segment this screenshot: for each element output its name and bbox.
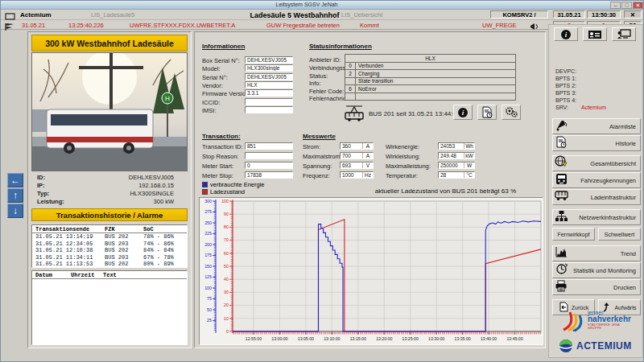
alarm-bell-icon — [553, 119, 569, 134]
nav-arrow-down-button[interactable]: ↓ — [7, 204, 23, 218]
stop-reason-field[interactable] — [245, 152, 293, 159]
sidebar-button-fahrzeugkennungen[interactable]: Fahrzeugkennungen — [552, 172, 641, 188]
svg-text:40: 40 — [224, 277, 229, 282]
statusinformationen-title: Statusinformationen — [309, 43, 372, 50]
nav-tab-uebersicht[interactable]: LIS_Uebersicht — [341, 11, 382, 19]
nav-arrow-left-button[interactable]: ← — [7, 173, 23, 187]
table-row[interactable]: 31.05.21 11:13:53BUS 20280% - 89% — [32, 261, 187, 268]
svg-text:175: 175 — [204, 253, 212, 257]
svg-text:13:00:00: 13:00:00 — [271, 336, 287, 341]
sidebar-button-historie[interactable]: Historie — [552, 135, 641, 151]
field-label: Status: — [309, 72, 328, 80]
session-text: BUS 201 seit 31.05.21 13:44:02 — [369, 110, 460, 117]
svg-text:100: 100 — [204, 286, 212, 290]
svg-text:10: 10 — [224, 316, 229, 321]
header-bar: Actemium LIS_Ladesaule5 Ladesäule 5 West… — [1, 10, 644, 20]
field-label: Meter Start: — [202, 162, 233, 170]
iccid-field[interactable] — [245, 98, 293, 105]
device-label: BPTS 1: — [555, 76, 576, 81]
field-label: Transaction ID: — [202, 143, 243, 150]
imsi-field[interactable] — [245, 106, 293, 113]
window-close-button[interactable]: ✕ — [633, 2, 643, 9]
svg-text:0: 0 — [226, 329, 229, 334]
sidebar-button-drucken[interactable]: Drucken — [552, 279, 641, 295]
session-info-button[interactable]: i — [453, 105, 473, 120]
svg-text:275: 275 — [204, 209, 212, 214]
field-label: Stop Reason: — [202, 153, 238, 160]
app-name: Actemium — [20, 11, 52, 19]
sidebar-workstation-button[interactable] — [612, 27, 636, 41]
application-window: Leitsystem SGSV JeNah – □ ✕ Actemium LIS… — [0, 0, 644, 362]
sidebar-button-netzwerkinfrastruktur[interactable]: Netzwerkinfrastruktur — [552, 209, 641, 225]
sidebar-button-fernwirkkopf[interactable]: Fernwirkkopf — [552, 228, 595, 241]
srv-value: Actemium — [581, 105, 606, 110]
svg-text:75: 75 — [207, 296, 212, 301]
bus-pantograph-icon — [343, 104, 365, 125]
model-field[interactable] — [245, 64, 293, 72]
sidebar-button-schwellwert[interactable]: Schwellwert — [598, 228, 641, 241]
window-maximize-button[interactable]: □ — [621, 2, 632, 9]
session-settings-button[interactable] — [502, 105, 521, 120]
alarm-time: 13:25:40.226 — [68, 22, 104, 29]
history-header-row: Transaktionsende FZK SoC — [32, 225, 187, 233]
table-row[interactable]: 31.05.21 12:34:05BUS 20374% - 86% — [32, 241, 187, 248]
meter-stop-field[interactable] — [245, 171, 293, 179]
window-title: Leitsystem SGSV JeNah — [1, 2, 613, 7]
meter-start-field[interactable] — [245, 162, 293, 169]
strom-field: 360A — [340, 142, 374, 150]
station-photo: H — [31, 52, 188, 171]
svg-text:20: 20 — [224, 302, 229, 307]
sidebar-button-ladeinfrastruktur[interactable]: Ladeinfrastruktur — [552, 189, 641, 205]
field-label: Wirkenergie: — [386, 143, 419, 150]
alarm-message: GUW Fregestraße betreten — [266, 22, 340, 29]
svg-text:13:40:00: 13:40:00 — [481, 336, 497, 341]
transaction-history-table: Transaktionsende FZK SoC 31.05.21 13:14:… — [31, 224, 188, 268]
station-banner: 300 kW Westbahnhof Ladesäule — [31, 35, 188, 51]
sidebar-button-trend[interactable]: Trend — [552, 245, 641, 261]
actemium-logo: ACTEMIUM — [559, 339, 632, 353]
provider-value: HLX — [345, 55, 516, 63]
sidebar-info-button[interactable]: i — [554, 27, 578, 41]
chart-legend-energy: verbrauchte Energie — [202, 181, 265, 188]
field-label: Temperatur: — [386, 172, 418, 179]
status-text — [356, 93, 516, 101]
firmware-field[interactable] — [245, 89, 293, 97]
server-status: KOMSRV2 / KOMSRV — [490, 10, 548, 19]
table-row[interactable]: 31.05.21 12:10:38BUS 20284% - 84% — [32, 247, 187, 254]
serial-field[interactable] — [245, 73, 293, 80]
history-banner: Transaktionshistorie / Alarme — [31, 208, 188, 221]
temperatur-field: 28°C — [438, 171, 475, 179]
transaction-id-field[interactable] — [245, 142, 293, 150]
field-label: IMSI: — [202, 107, 217, 114]
window-minimize-button[interactable]: – — [610, 2, 621, 9]
field-label: Meter Stop: — [202, 172, 233, 179]
table-row[interactable]: 31.05.21 11:34:11BUS 20367% - 78% — [32, 254, 187, 261]
sidebar-button-statistik[interactable]: Statistik und Monitoring — [552, 262, 641, 278]
sidebar-button-alarmliste[interactable]: Alarmliste — [552, 118, 641, 134]
svg-text:80: 80 — [224, 224, 229, 229]
station-typ-value: HLX300SINGLE — [89, 190, 174, 197]
nav-arrow-up-button[interactable]: ↑ — [7, 188, 23, 203]
field-label: Frequenz: — [303, 172, 330, 179]
box-serial-field[interactable] — [245, 56, 293, 64]
field-label: Wirkleistung: — [386, 153, 420, 160]
jenah-swoosh-icon — [560, 311, 586, 331]
field-label: Model: — [202, 65, 221, 72]
session-log-button[interactable] — [477, 105, 497, 120]
station-id-value: DEHLXESVJ005 — [89, 174, 174, 181]
spannung-field: 693V — [340, 162, 374, 169]
sidebar-operator-button[interactable] — [583, 27, 607, 41]
header-close-button[interactable]: ✕ — [624, 10, 642, 19]
alarm-table-header: Datum Uhrzeit Text — [32, 271, 187, 279]
trend-chart: 2550751001251501752002252502753000102030… — [199, 197, 543, 345]
globe-icon — [553, 155, 569, 171]
device-label: DEVPC: — [555, 68, 576, 74]
maximalleistung-field: 250000W — [438, 162, 475, 169]
gears-icon — [505, 106, 518, 118]
vendor-field[interactable] — [245, 81, 293, 88]
field-label: Firmware Version: — [202, 90, 250, 97]
table-row[interactable]: 31.05.21 13:14:19BUS 20278% - 86% — [32, 233, 187, 241]
nav-tab-ladesaule5[interactable]: LIS_Ladesaule5 — [91, 11, 134, 19]
field-label: Anbieter ID: — [309, 56, 341, 64]
sidebar-button-gesamtuebersicht[interactable]: Gesamtübersicht — [552, 155, 641, 171]
